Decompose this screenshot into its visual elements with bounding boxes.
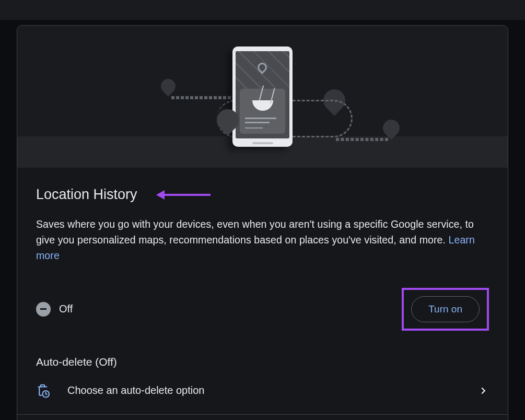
section-description: Saves where you go with your devices, ev…: [36, 216, 489, 264]
auto-delete-option-row[interactable]: Choose an auto-delete option: [36, 383, 489, 414]
bowl-icon: [252, 100, 273, 111]
auto-delete-icon: [36, 383, 52, 399]
chevron-right-icon: [477, 385, 489, 396]
auto-delete-option-label: Choose an auto-delete option: [67, 384, 462, 396]
content-area: Location History Saves where you go with…: [17, 168, 508, 420]
auto-delete-heading: Auto-delete (Off): [36, 356, 489, 368]
paused-icon: [36, 302, 51, 317]
hero-illustration: [17, 26, 508, 168]
manage-history-row[interactable]: Manage history: [36, 415, 489, 420]
section-title: Location History: [36, 186, 137, 203]
turn-on-button[interactable]: Turn on: [411, 296, 480, 322]
phone-illustration: [232, 46, 293, 147]
top-bar: [0, 0, 525, 20]
location-history-card: Location History Saves where you go with…: [17, 25, 508, 420]
annotation-arrow-icon: [162, 194, 211, 196]
annotation-highlight: Turn on: [402, 288, 489, 331]
map-pin-icon: [158, 76, 179, 97]
status-indicator: Off: [36, 302, 73, 317]
status-label: Off: [59, 303, 73, 315]
map-pin-icon: [379, 116, 403, 139]
location-pin-icon: [255, 61, 269, 74]
path-line: [336, 138, 388, 141]
